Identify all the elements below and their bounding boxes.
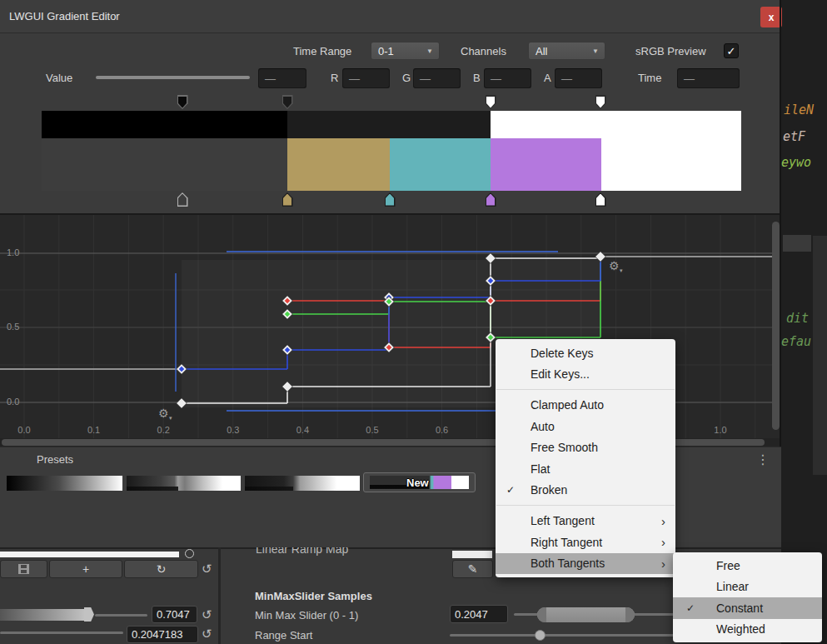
tangent-submenu: FreeLinear✓ConstantWeighted [673,552,822,642]
gear-icon[interactable]: ⚙ [158,407,169,420]
menu-item-delete-keys[interactable]: Delete Keys [496,342,675,363]
minmax-range-bar[interactable] [537,607,635,622]
add-button[interactable]: + [49,560,122,578]
color-key-marker[interactable] [385,192,396,207]
slider-track[interactable] [95,614,147,617]
presets-label: Presets [37,453,73,466]
menu-item-label: Edit Keys... [531,367,590,381]
pencil-icon: ✎ [468,562,478,576]
background-code-text: efau [781,334,811,349]
curve-vscrollbar[interactable] [772,222,780,430]
gradient-editor-window: LWGUI Gradient Editor x Time Range 0-1 ▼… [0,0,827,644]
menu-item-label: Free [716,559,740,572]
background-panel-strip [813,236,827,475]
menu-item-label: Both Tangents [531,557,605,570]
save-ramp-button[interactable] [0,560,47,578]
menu-item-label: Auto [531,420,555,433]
ramp-preview-strip[interactable] [0,552,179,557]
alpha-key-marker[interactable] [486,95,496,109]
menu-item-label: Broken [531,483,567,497]
range-start-label: Range Start [255,629,312,642]
preset-gradient-thumbnail[interactable] [127,476,241,491]
menu-item-weighted[interactable]: Weighted [673,619,822,641]
value1-text: 0.7047 [157,608,190,621]
color-key-marker[interactable] [486,192,496,207]
menu-item-label: Weighted [716,622,765,636]
range-start-slider-track[interactable] [450,634,675,637]
color-key-marker[interactable] [282,192,293,207]
minmax-value-field[interactable]: 0.2047 [450,605,508,623]
minmax-handle-left[interactable] [537,607,546,622]
background-code-text: eywo [781,155,811,170]
menu-item-left-tangent[interactable]: Left Tangent› [496,511,675,532]
menu-item-right-tangent[interactable]: Right Tangent› [496,532,675,552]
ramp-gradient-slider[interactable] [0,609,90,621]
background-code-text: ileN [784,102,814,117]
background-code-text: etF [783,129,805,144]
slider-track[interactable] [0,632,123,634]
gear-icon[interactable]: ⚙ [609,259,620,272]
preset-gradient-thumbnail[interactable] [7,476,122,491]
submenu-arrow-icon: › [661,557,665,571]
value1-field[interactable]: 0.7047 [152,606,197,623]
svg-text:▾: ▾ [620,267,623,273]
minmax-slider-label: Min Max Slider (0 - 1) [255,609,358,622]
menu-item-label: Free Smooth [531,441,598,454]
color-key-marker[interactable] [177,192,188,207]
refresh-button[interactable]: ↻ [124,560,198,578]
menu-item-label: Linear [716,580,749,593]
value2-field[interactable]: 0.2047183 [127,626,198,643]
save-icon [18,564,29,574]
background-scroll-block [783,235,811,252]
object-picker-icon[interactable] [185,549,194,558]
minmax-value-text: 0.2047 [455,608,488,621]
kebab-menu-icon[interactable]: ⋮ [756,452,770,467]
menu-item-linear[interactable]: Linear [673,577,822,598]
alpha-key-marker[interactable] [595,95,606,109]
menu-item-label: Flat [531,462,550,476]
menu-separator [496,505,675,506]
range-start-slider-handle[interactable] [535,630,546,641]
check-icon: ✓ [506,484,515,496]
new-preset-button[interactable]: New [363,472,476,492]
gradient-markers-layer [0,0,781,217]
alpha-key-marker[interactable] [177,95,188,109]
revert-icon[interactable]: ↺ [202,627,212,642]
revert-icon[interactable]: ↺ [202,607,212,622]
menu-item-auto[interactable]: Auto [496,416,675,437]
check-icon: ✓ [686,602,695,614]
minmax-samples-header: MinMaxSlider Samples [255,590,372,602]
alpha-key-marker[interactable] [282,95,293,109]
menu-item-label: Right Tangent [531,536,602,549]
submenu-arrow-icon: › [661,535,665,549]
menu-item-clamped-auto[interactable]: Clamped Auto [496,395,675,416]
menu-item-flat[interactable]: Flat [496,458,675,479]
edit-ramp-button[interactable]: ✎ [452,560,493,578]
menu-item-broken[interactable]: ✓Broken [496,479,675,500]
new-preset-label: New [406,477,429,489]
menu-separator [496,389,675,390]
menu-item-free[interactable]: Free [673,555,822,577]
menu-item-edit-keys[interactable]: Edit Keys... [496,363,675,384]
value2-text: 0.2047183 [132,628,182,641]
color-key-marker[interactable] [595,192,606,207]
menu-item-free-smooth[interactable]: Free Smooth [496,437,675,458]
svg-text:▾: ▾ [169,415,172,421]
refresh-icon: ↻ [157,562,167,576]
background-code-text: dit [786,311,809,326]
revert-icon[interactable]: ↺ [202,562,212,577]
key-context-menu: Delete KeysEdit Keys...Clamped AutoAutoF… [496,339,675,577]
menu-item-label: Left Tangent [531,514,595,527]
menu-item-both-tangents[interactable]: Both Tangents› [496,553,675,574]
texture-preview-sliver [452,551,492,558]
menu-item-constant[interactable]: ✓Constant [673,597,822,619]
menu-item-label: Constant [716,602,763,615]
panel-divider [218,547,221,644]
menu-item-label: Clamped Auto [531,398,604,412]
submenu-arrow-icon: › [661,514,665,528]
menu-item-label: Delete Keys [531,347,593,360]
plus-icon: + [82,562,89,576]
preset-gradient-thumbnail[interactable] [245,476,360,491]
